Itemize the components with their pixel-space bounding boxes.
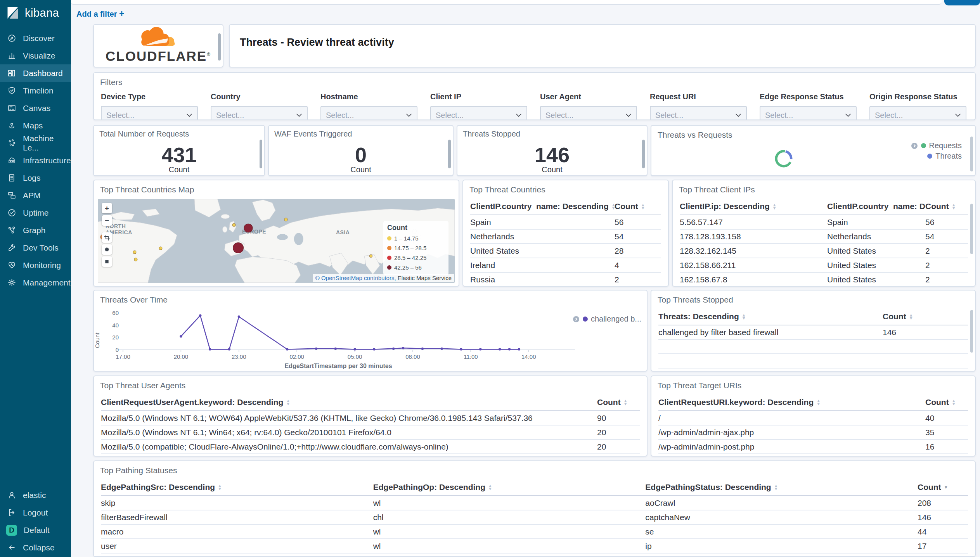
column-header-count[interactable]: Count▲▼ [597,394,640,410]
column-header-edgepathingsrc-descending[interactable]: EdgePathingSrc: Descending▲▼ [101,479,373,495]
logout-icon [7,508,16,517]
filter-select-client-ip[interactable]: Select... [430,106,527,120]
table-cell: filterBasedFirewall [101,510,373,524]
cloudflare-cloud-icon [129,27,187,49]
scrollbar[interactable] [218,33,221,61]
table-row [658,368,968,372]
sidebar-item-timelion[interactable]: Timelion [0,82,71,99]
filter-label: Origin Response Status [869,92,966,101]
world-map[interactable]: NORTH AMERICAEUROPEASIA + − Count 1 – 14… [98,199,455,283]
table-cell: /wp-admin/admin-post.php [658,440,925,453]
sidebar-footer-collapse[interactable]: Collapse [0,539,71,556]
metric-unit: Count [269,165,453,174]
filter-select-user-agent[interactable]: Select... [540,106,637,120]
select-placeholder: Select... [765,111,793,120]
sidebar-item-apm[interactable]: APM [0,187,71,204]
column-header-clientip-country-name-descending[interactable]: ClientIP.country_name: Descending▲▼ [827,198,925,214]
select-placeholder: Select... [106,111,134,120]
sidebar-item-machine-le[interactable]: Machine Le... [0,134,71,152]
column-header-count[interactable]: Count▼ [918,479,968,495]
column-header-clientrequestuseragent-keyword-descending[interactable]: ClientRequestUserAgent.keyword: Descendi… [101,394,597,410]
column-header-count[interactable]: Count▲▼ [925,198,968,214]
zoom-in-button[interactable]: + [102,203,112,213]
scrollbar[interactable] [970,137,973,171]
column-header-count[interactable]: Count▲▼ [615,198,661,214]
sidebar-item-label: Collapse [23,543,55,552]
column-header-count[interactable]: Count▲▼ [883,308,968,325]
sidebar-footer-default[interactable]: DDefault [0,521,71,539]
column-header-threats-descending[interactable]: Threats: Descending▲▼ [658,308,883,325]
crop-tool-button[interactable] [102,232,112,243]
legend-item-requests[interactable]: Requests [911,140,962,151]
legend-toggle-icon[interactable] [573,316,580,323]
table-row: Spain56 [470,215,661,230]
legend-item-threats[interactable]: Threats [911,151,962,161]
panel-threats-over-time: Threats Over Time 17:0020:0023:0002:0005… [93,290,648,372]
sidebar-item-logs[interactable]: Logs [0,169,71,187]
filter-select-device-type[interactable]: Select... [101,106,198,120]
map-legend-entries: 1 – 14.7514.75 – 28.528.5 – 42.2542.25 –… [387,234,445,272]
monitoring-icon [7,261,16,270]
map-bubble-us-south [133,251,137,254]
table-cell: 4 [597,454,640,457]
metric-title: Threats Stopped [463,130,520,138]
sidebar-item-canvas[interactable]: Canvas [0,99,71,117]
legend-toggle-icon[interactable] [911,142,918,149]
column-header-count[interactable]: Count▲▼ [925,394,968,410]
table-cell: 162.158.66.211 [680,258,827,272]
sidebar-item-dashboard[interactable]: Dashboard [0,64,71,82]
osm-link[interactable]: © OpenStreetMap contributors, [315,275,396,281]
y-tick-label: 60 [112,310,119,316]
query-bar-sliver[interactable] [71,0,942,5]
table-top-threats-stopped: Threats: Descending▲▼Count▲▼challenged b… [658,308,968,372]
filter-select-country[interactable]: Select... [211,106,308,120]
filter-field-edge-response-status: Edge Response Status Select... [760,92,857,120]
column-label: ClientRequestURI.keyword: Descending [658,398,814,407]
scrollbar[interactable] [970,204,973,254]
scrollbar[interactable] [642,140,645,168]
kibana-logo[interactable]: kibana [0,0,71,26]
sidebar-item-management[interactable]: Management [0,274,71,291]
filter-label: User Agent [540,92,637,101]
sidebar-item-discover[interactable]: Discover [0,29,71,47]
legend-item-challenged-by-filter-based-firewall[interactable]: challenged b... [573,314,641,324]
filter-select-request-uri[interactable]: Select... [650,106,747,120]
sidebar-item-monitoring[interactable]: Monitoring [0,256,71,274]
column-header-edgepathingop-descending[interactable]: EdgePathingOp: Descending▲▼ [373,479,646,495]
filter-label: Country [211,92,308,101]
sidebar-item-uptime[interactable]: Uptime [0,204,71,221]
sidebar-item-visualize[interactable]: Visualize [0,47,71,64]
sidebar-item-infrastructure[interactable]: Infrastructure [0,152,71,169]
polygon-tool-button[interactable] [102,244,112,255]
table-row: /wp-admin/admin-post.php16 [658,440,968,454]
table-cell [658,340,883,353]
rectangle-tool-button[interactable] [102,256,112,267]
scrollbar[interactable] [448,140,451,168]
column-header-clientip-country-name-descending[interactable]: ClientIP.country_name: Descending▲▼ [470,198,615,214]
legend-dot [387,256,391,260]
filter-select-edge-response-status[interactable]: Select... [760,106,857,120]
add-filter-button[interactable]: Add a filter + [76,9,124,19]
table-row: Russia2 [470,273,661,287]
metric-unit: Count [457,165,647,174]
column-header-edgepathingstatus-descending[interactable]: EdgePathingStatus: Descending▲▼ [645,479,918,495]
sidebar-item-graph[interactable]: Graph [0,221,71,239]
filter-select-origin-response-status[interactable]: Select... [869,106,966,120]
sort-icon: ▲▼ [909,313,913,320]
zoom-out-button[interactable]: − [102,215,112,226]
scrollbar[interactable] [260,140,262,168]
column-header-clientrequesturi-keyword-descending[interactable]: ClientRequestURI.keyword: Descending▲▼ [658,394,925,410]
metric-unit: Count [94,165,264,174]
sidebar-item-label: Logout [23,508,48,517]
table-row: challenged by filter based firewall146 [658,325,968,340]
table-cell: captchaNew [645,510,918,524]
sidebar-footer-logout[interactable]: Logout [0,504,71,521]
filter-select-hostname[interactable]: Select... [320,106,417,120]
scrollbar[interactable] [970,310,973,353]
column-header-clientip-ip-descending[interactable]: ClientIP.ip: Descending▲▼ [680,198,827,214]
sidebar-footer-elastic[interactable]: elastic [0,486,71,504]
sidebar-item-dev-tools[interactable]: Dev Tools [0,239,71,256]
table-cell: 40 [925,411,968,425]
table-row: skipwlaoCrawl208 [101,496,968,510]
sidebar-item-maps[interactable]: Maps [0,117,71,134]
